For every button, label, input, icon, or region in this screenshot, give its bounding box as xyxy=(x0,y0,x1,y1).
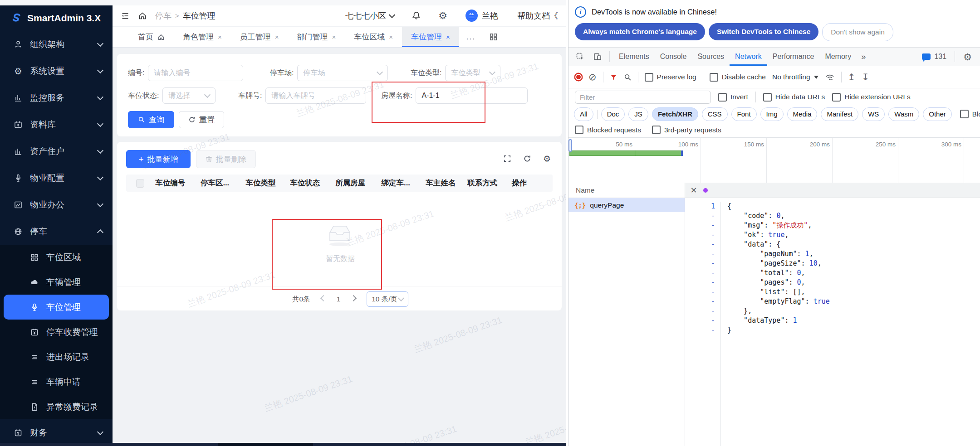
search-icon[interactable] xyxy=(624,73,632,81)
number-input[interactable]: 请输入编号 xyxy=(148,65,243,81)
current-page[interactable]: 1 xyxy=(337,295,341,303)
parking-lot-select[interactable]: 停车场 xyxy=(297,65,388,81)
name-column-header[interactable]: Name xyxy=(568,183,685,198)
house-name-input[interactable]: A-1-1 xyxy=(416,87,528,104)
filter-chip-other[interactable]: Other xyxy=(923,107,952,121)
plate-input[interactable]: 请输入车牌号 xyxy=(265,87,366,104)
sidebar-item-5[interactable]: 物业配置 xyxy=(0,165,113,191)
device-toolbar-icon[interactable] xyxy=(589,48,606,66)
sidebar-subitem-0[interactable]: 车位区域 xyxy=(0,245,113,270)
filter-chip-fetchxhr[interactable]: Fetch/XHR xyxy=(652,107,698,121)
switch-chinese-button[interactable]: Switch DevTools to Chinese xyxy=(709,23,818,40)
filter-chip-manifest[interactable]: Manifest xyxy=(821,107,858,121)
record-icon[interactable] xyxy=(576,75,581,79)
prev-page-icon[interactable] xyxy=(320,295,327,301)
devtools-tab-sources[interactable]: Sources xyxy=(692,48,730,66)
filter-chip-css[interactable]: CSS xyxy=(702,107,728,121)
filter-chip-wasm[interactable]: Wasm xyxy=(888,107,919,121)
fold-marker[interactable]: - xyxy=(685,297,715,306)
scrollbar-thumb[interactable] xyxy=(218,443,313,446)
more-tabs-button[interactable]: » xyxy=(858,48,869,66)
request-row-querypage[interactable]: {;} queryPage xyxy=(568,198,685,212)
horizontal-scrollbar[interactable] xyxy=(0,443,566,446)
filter-chip-ws[interactable]: WS xyxy=(862,107,885,121)
refresh-icon[interactable] xyxy=(523,155,531,163)
filter-chip-font[interactable]: Font xyxy=(731,107,757,121)
devtools-tab-network[interactable]: Network xyxy=(730,48,767,66)
help-doc-link[interactable]: 帮助文档《 xyxy=(517,10,558,21)
match-language-button[interactable]: Always match Chrome's language xyxy=(575,23,705,40)
tab-3[interactable]: 部门管理× xyxy=(288,27,345,47)
next-page-icon[interactable] xyxy=(350,295,357,301)
reset-button[interactable]: 重置 xyxy=(179,111,224,128)
fold-marker[interactable]: - xyxy=(685,306,715,316)
tab-1[interactable]: 角色管理× xyxy=(174,27,231,47)
devtools-tab-performance[interactable]: Performance xyxy=(767,48,820,66)
sidebar-subitem-6[interactable]: 异常缴费记录 xyxy=(0,394,113,419)
sidebar-subitem-5[interactable]: 车辆申请 xyxy=(0,369,113,394)
fold-marker[interactable]: - xyxy=(685,259,715,268)
space-type-select[interactable]: 车位类型 xyxy=(445,65,500,81)
sidebar-item-7[interactable]: 停车 xyxy=(0,218,113,245)
table-settings-gear-icon[interactable]: ⚙ xyxy=(543,155,551,163)
sidebar-subitem-2[interactable]: 车位管理 xyxy=(4,295,109,320)
search-button[interactable]: 查询 xyxy=(128,111,174,128)
collapse-menu-icon[interactable] xyxy=(121,11,130,20)
batch-delete-button[interactable]: 批量删除 xyxy=(196,150,256,168)
user-menu[interactable]: 兰 兰艳 xyxy=(466,10,498,22)
filter-chip-img[interactable]: Img xyxy=(760,107,784,121)
community-select[interactable]: 七七七小区 xyxy=(345,10,394,21)
sidebar-item-1[interactable]: ⚙系统设置 xyxy=(0,58,113,84)
fold-marker[interactable]: - xyxy=(685,287,715,297)
devtools-tab-elements[interactable]: Elements xyxy=(613,48,655,66)
blocked-requests-checkbox[interactable]: Blocked requests xyxy=(575,126,641,134)
sidebar-item-0[interactable]: 组织架构 xyxy=(0,31,113,58)
fullscreen-icon[interactable] xyxy=(503,155,511,163)
export-har-icon[interactable]: ↧ xyxy=(862,72,869,82)
disable-cache-checkbox[interactable]: Disable cache xyxy=(710,73,766,82)
invert-checkbox[interactable]: Invert xyxy=(718,93,748,102)
fold-marker[interactable]: - xyxy=(685,240,715,249)
sidebar-item-4[interactable]: 资产住户 xyxy=(0,138,113,165)
throttling-select[interactable]: No throttling xyxy=(772,73,818,81)
fold-marker[interactable]: - xyxy=(685,278,715,287)
sidebar-subitem-3[interactable]: 停车收费管理 xyxy=(0,320,113,344)
inspect-element-icon[interactable] xyxy=(572,48,588,66)
sidebar-item-finance[interactable]: 财务 xyxy=(0,419,113,443)
page-size-select[interactable]: 10 条/页 xyxy=(367,291,408,307)
space-status-select[interactable]: 请选择 xyxy=(162,87,216,104)
filter-chip-js[interactable]: JS xyxy=(628,107,648,121)
breadcrumb-section[interactable]: 停车 xyxy=(155,10,172,21)
tab-2[interactable]: 员工管理× xyxy=(231,27,288,47)
sidebar-item-2[interactable]: 监控服务 xyxy=(0,84,113,111)
hide-extension-urls-checkbox[interactable]: Hide extension URLs xyxy=(832,93,911,102)
dont-show-again-button[interactable]: Don't show again xyxy=(822,23,893,41)
import-har-icon[interactable]: ↥ xyxy=(848,72,856,82)
hide-data-urls-checkbox[interactable]: Hide data URLs xyxy=(763,93,825,102)
sidebar-item-6[interactable]: 物业办公 xyxy=(0,191,113,218)
issues-counter[interactable]: 131 xyxy=(917,53,951,61)
close-tab-icon[interactable]: × xyxy=(389,33,393,41)
filter-chip-doc[interactable]: Doc xyxy=(601,107,625,121)
select-all-checkbox[interactable] xyxy=(136,179,144,188)
sidebar-subitem-4[interactable]: 进出场记录 xyxy=(0,344,113,369)
fold-marker[interactable]: - xyxy=(685,268,715,278)
batch-add-button[interactable]: + 批量新增 xyxy=(126,150,191,168)
third-party-requests-checkbox[interactable]: 3rd-party requests xyxy=(652,126,721,134)
devtools-tab-console[interactable]: Console xyxy=(655,48,692,66)
network-filter-input[interactable] xyxy=(575,91,711,104)
filter-funnel-icon[interactable] xyxy=(610,73,617,81)
fold-marker[interactable]: - xyxy=(685,249,715,259)
fold-marker[interactable]: - xyxy=(685,221,715,230)
close-tab-icon[interactable]: × xyxy=(332,33,336,41)
tab-0[interactable]: 首页 xyxy=(129,27,174,47)
tabs-grid-icon[interactable] xyxy=(483,27,504,47)
close-tab-icon[interactable]: × xyxy=(218,33,222,41)
preserve-log-checkbox[interactable]: Preserve log xyxy=(645,73,696,82)
close-tab-icon[interactable]: × xyxy=(446,33,450,41)
sidebar-subitem-1[interactable]: 车辆管理 xyxy=(0,270,113,295)
fold-marker[interactable]: - xyxy=(685,211,715,221)
close-details-icon[interactable]: ✕ xyxy=(687,183,701,198)
sidebar-item-3[interactable]: 资料库 xyxy=(0,111,113,138)
tab-4[interactable]: 车位区域× xyxy=(345,27,402,47)
